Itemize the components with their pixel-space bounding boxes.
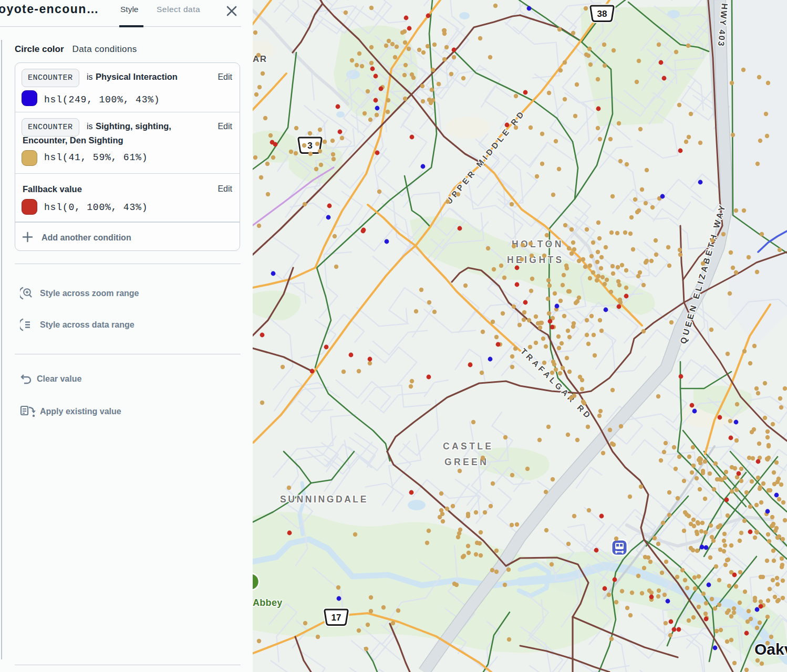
svg-text:Oakv: Oakv: [754, 640, 787, 658]
svg-text:3: 3: [307, 141, 312, 151]
svg-text:SUNNINGDALE: SUNNINGDALE: [280, 494, 368, 505]
svg-text:HEIGHTS: HEIGHTS: [507, 255, 564, 265]
svg-text:38: 38: [597, 9, 607, 19]
svg-text:CASTLE: CASTLE: [443, 441, 493, 452]
svg-text:17: 17: [332, 613, 341, 623]
svg-text:HOLTON: HOLTON: [512, 239, 564, 249]
svg-text:Abbey: Abbey: [253, 597, 283, 608]
